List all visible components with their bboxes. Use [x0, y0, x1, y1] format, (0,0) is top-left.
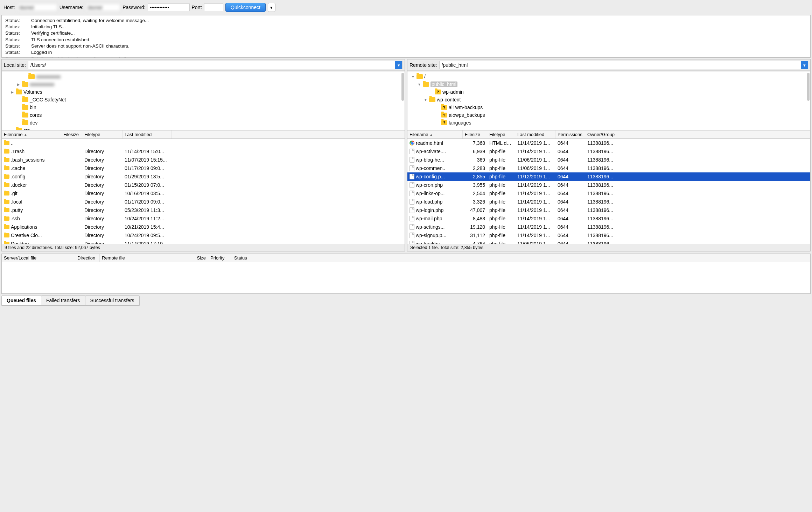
- local-file-list[interactable]: ...TrashDirectory11/14/2019 15:0....bash…: [2, 139, 405, 244]
- list-item[interactable]: wp-links-op...2,504php-file11/14/2019 1.…: [407, 189, 810, 198]
- list-item[interactable]: .bash_sessionsDirectory11/07/2019 15:15.…: [2, 156, 405, 164]
- scrollbar[interactable]: [807, 73, 810, 101]
- password-input[interactable]: [148, 3, 190, 11]
- disclosure-triangle-icon[interactable]: [16, 105, 21, 109]
- queue-header-status[interactable]: Status: [232, 254, 810, 262]
- tree-item[interactable]: xxxxxxxxxx: [2, 73, 405, 80]
- tree-item[interactable]: ▶Volumes: [2, 88, 405, 96]
- remote-header-owner[interactable]: Owner/Group: [585, 130, 620, 138]
- quickconnect-button[interactable]: Quickconnect: [225, 3, 266, 12]
- remote-header-permissions[interactable]: Permissions: [555, 130, 585, 138]
- disclosure-triangle-icon[interactable]: [23, 74, 27, 79]
- disclosure-triangle-icon[interactable]: [429, 90, 433, 94]
- list-item[interactable]: ApplicationsDirectory10/21/2019 15:4...: [2, 223, 405, 231]
- disclosure-triangle-icon[interactable]: ▶: [10, 90, 14, 94]
- tree-item[interactable]: ?aiowps_backups: [407, 111, 810, 119]
- disclosure-triangle-icon[interactable]: ▼: [411, 74, 415, 79]
- tree-item[interactable]: ?languages: [407, 119, 810, 127]
- queue-header-remote[interactable]: Remote file: [100, 254, 194, 262]
- list-item[interactable]: wp-settings...19,120php-file11/14/2019 1…: [407, 223, 810, 231]
- local-header-filetype[interactable]: Filetype: [82, 130, 122, 138]
- queue-header-size[interactable]: Size: [194, 254, 208, 262]
- list-item[interactable]: .TrashDirectory11/14/2019 15:0...: [2, 147, 405, 156]
- local-header-filesize[interactable]: Filesize: [61, 130, 82, 138]
- scrollbar[interactable]: [401, 73, 404, 101]
- tree-item[interactable]: ?wp-admin: [407, 88, 810, 96]
- list-item[interactable]: readme.html7,368HTML do...11/14/2019 1..…: [407, 139, 810, 147]
- tree-item[interactable]: ▼wp-content: [407, 96, 810, 104]
- remote-header-modified[interactable]: Last modified: [515, 130, 555, 138]
- disclosure-triangle-icon[interactable]: [16, 98, 21, 102]
- list-item[interactable]: wp-cron.php3,955php-file11/14/2019 1...0…: [407, 181, 810, 189]
- tree-item[interactable]: ▼public_html: [407, 80, 810, 88]
- list-item[interactable]: .puttyDirectory05/23/2019 11:3...: [2, 206, 405, 214]
- username-input[interactable]: [85, 3, 120, 11]
- list-item[interactable]: wp-load.php3,326php-file11/14/2019 1...0…: [407, 198, 810, 206]
- list-item[interactable]: .dockerDirectory01/15/2019 07:0...: [2, 181, 405, 189]
- list-item[interactable]: wp-commen..2,283php-file11/06/2019 1...0…: [407, 164, 810, 172]
- disclosure-triangle-icon[interactable]: ▶: [16, 82, 21, 86]
- list-item[interactable]: wp-config.p...2,855php-file11/12/2019 1.…: [407, 172, 810, 181]
- log-label: Status:: [5, 37, 23, 43]
- local-tree[interactable]: xxxxxxxxxx▶xxxxxxxxxx▶Volumes_CCC Safety…: [2, 71, 405, 130]
- local-header-filename[interactable]: Filename▲: [2, 130, 61, 138]
- tab-failed-transfers[interactable]: Failed transfers: [41, 295, 85, 306]
- local-path-input[interactable]: [28, 61, 395, 69]
- tree-item[interactable]: ▶etc: [2, 127, 405, 130]
- list-item[interactable]: wp-mail.php8,483php-file11/14/2019 1...0…: [407, 214, 810, 223]
- disclosure-triangle-icon[interactable]: [435, 113, 440, 117]
- list-item[interactable]: .configDirectory01/29/2019 13:5...: [2, 172, 405, 181]
- list-item[interactable]: .localDirectory01/17/2019 09:0...: [2, 198, 405, 206]
- list-item[interactable]: wp-login.php47,007php-file11/14/2019 1..…: [407, 206, 810, 214]
- tree-item[interactable]: bin: [2, 104, 405, 111]
- file-icon: [410, 149, 414, 154]
- tab-queued-files[interactable]: Queued files: [1, 295, 41, 306]
- host-input[interactable]: [17, 3, 57, 11]
- tree-item[interactable]: ?ai1wm-backups: [407, 104, 810, 111]
- tree-item[interactable]: _CCC SafetyNet: [2, 96, 405, 104]
- local-path-dropdown[interactable]: ▾: [395, 61, 402, 69]
- list-item[interactable]: Creative Clo...Directory10/24/2019 09:5.…: [2, 231, 405, 240]
- remote-tree[interactable]: ▼/▼public_html?wp-admin▼wp-content?ai1wm…: [407, 71, 810, 130]
- list-item[interactable]: DesktopDirectory11/14/2019 17:19...: [2, 240, 405, 244]
- remote-header-filename[interactable]: Filename▲: [407, 130, 463, 138]
- disclosure-triangle-icon[interactable]: ▶: [10, 128, 14, 130]
- remote-header-filesize[interactable]: Filesize: [463, 130, 487, 138]
- tree-item[interactable]: cores: [2, 111, 405, 119]
- disclosure-triangle-icon[interactable]: [16, 113, 21, 117]
- port-input[interactable]: [204, 3, 223, 11]
- disclosure-triangle-icon[interactable]: [16, 121, 21, 125]
- list-item[interactable]: wp-signup.p...31,112php-file11/14/2019 1…: [407, 231, 810, 240]
- quickconnect-dropdown[interactable]: ▾: [268, 3, 275, 12]
- file-modified: 11/06/2019 1...: [515, 156, 555, 163]
- remote-path-input[interactable]: [440, 61, 801, 69]
- log-message: Deleting "/public_html/wp-config-sample.…: [31, 56, 126, 58]
- username-label: Username:: [59, 5, 83, 10]
- disclosure-triangle-icon[interactable]: [435, 105, 440, 109]
- disclosure-triangle-icon[interactable]: [435, 121, 440, 125]
- list-item[interactable]: .sshDirectory10/24/2019 11:2...: [2, 214, 405, 223]
- queue-header-priority[interactable]: Priority: [208, 254, 232, 262]
- queue-list[interactable]: [1, 262, 811, 294]
- file-size: 3,326: [463, 198, 487, 205]
- tab-successful-transfers[interactable]: Successful transfers: [85, 295, 140, 306]
- file-modified: 11/14/2019 1...: [515, 198, 555, 205]
- list-item[interactable]: .gitDirectory10/16/2019 03:5...: [2, 189, 405, 198]
- list-item[interactable]: .cacheDirectory01/17/2019 09:0...: [2, 164, 405, 172]
- local-header-modified[interactable]: Last modified: [122, 130, 172, 138]
- disclosure-triangle-icon[interactable]: ▼: [417, 82, 421, 86]
- list-item[interactable]: wp-activate....6,939php-file11/14/2019 1…: [407, 147, 810, 156]
- file-icon: [410, 207, 414, 213]
- tree-item[interactable]: ▼/: [407, 73, 810, 80]
- list-item[interactable]: wp-blog-he...369php-file11/06/2019 1...0…: [407, 156, 810, 164]
- list-item[interactable]: ..: [2, 139, 405, 147]
- queue-header-direction[interactable]: Direction: [75, 254, 100, 262]
- queue-header-server[interactable]: Server/Local file: [2, 254, 75, 262]
- remote-file-list[interactable]: readme.html7,368HTML do...11/14/2019 1..…: [407, 139, 810, 244]
- disclosure-triangle-icon[interactable]: ▼: [424, 98, 428, 102]
- list-item[interactable]: wp-trackba...4,764php-file11/06/2019 1..…: [407, 240, 810, 244]
- tree-item[interactable]: dev: [2, 119, 405, 127]
- remote-header-filetype[interactable]: Filetype: [487, 130, 515, 138]
- remote-path-dropdown[interactable]: ▾: [801, 61, 808, 69]
- tree-item[interactable]: ▶xxxxxxxxxx: [2, 80, 405, 88]
